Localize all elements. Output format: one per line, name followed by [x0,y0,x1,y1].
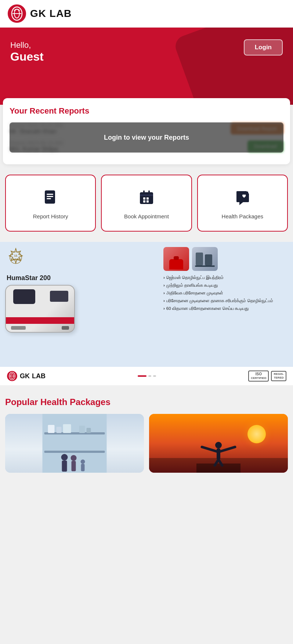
svg-rect-9 [140,194,153,196]
feature-arrow: › [163,305,165,311]
svg-point-35 [71,455,77,461]
product-banner: 11 YEARS HumaStar 200 [0,242,293,385]
years-excellence-badge: 11 YEARS [5,247,26,268]
action-label-book-appointment: Book Appointment [124,213,169,219]
iso-certified-badge: ISO CERTIFIED [248,371,269,382]
svg-rect-32 [87,428,91,433]
svg-rect-7 [47,198,51,199]
feature-arrow: › [163,275,165,280]
recent-reports-title: Your Recent Reports [10,106,283,116]
feature-text-4: பரிசோதனை முடிவுகளை தானாக சரிபார்க்கும் த… [166,298,273,304]
banner-logo-gk: GK [20,372,30,380]
banner-thumbnails [163,247,289,271]
feature-item-2: › முற்றிலும் தானியங்க கூடியது [163,282,289,288]
login-overlay-text: Login to view your Reports [104,134,189,142]
banner-inner: 11 YEARS HumaStar 200 [0,242,293,367]
banner-logo-small: GK LAB [7,371,46,382]
header: GK LAB [0,0,293,28]
svg-point-16 [245,192,247,194]
svg-rect-36 [72,461,76,471]
svg-rect-13 [146,197,149,200]
svg-line-42 [202,447,217,451]
quick-actions: Report History Book Appointment [0,171,293,239]
action-card-book-appointment[interactable]: Book Appointment [101,175,192,232]
hero-name: Guest [10,50,283,64]
svg-rect-18 [196,253,203,265]
thumb-red [163,247,189,271]
thumb-gray [192,247,218,271]
machine-image [5,285,79,344]
svg-rect-34 [62,461,67,472]
action-card-report-history[interactable]: Report History [5,175,96,232]
svg-rect-11 [148,190,150,194]
logo-lab: LAB [46,8,72,19]
feature-arrow: › [163,298,165,304]
svg-rect-19 [205,254,212,265]
carousel-dot-active [138,375,146,377]
logo-container: GK LAB [7,4,72,23]
svg-rect-30 [63,424,71,433]
book-appointment-icon [138,189,155,208]
feature-arrow: › [163,290,165,296]
hero-banner: Hello, Guest Login [0,28,293,105]
feature-item-3: › அதிவேக பரிசோதனை முடிவுகள் [163,290,289,296]
carousel-dot-2 [153,375,156,377]
svg-point-40 [215,442,222,448]
svg-rect-29 [57,427,62,433]
action-label-health-packages: Health Packages [222,213,263,219]
svg-rect-10 [143,190,145,194]
svg-point-33 [61,454,68,461]
health-packages-icon [234,189,250,208]
svg-rect-39 [196,464,240,473]
svg-rect-15 [143,200,145,203]
popular-packages-title: Popular Health Packages [5,397,288,407]
family-scene [5,414,144,473]
banner-bottom-bar: GK LAB ISO CERTIFIED REGIS- TERED [0,367,293,385]
report-history-icon [43,189,59,208]
login-overlay[interactable]: Login to view your Reports [10,122,283,153]
svg-rect-14 [146,200,149,203]
carousel-dot-1 [148,375,151,377]
login-button[interactable]: Login [244,39,283,56]
feature-item-1: › ஜெர்மன் தொழில்நுட்ப இயந்திரம் [163,275,289,280]
sunset-scene [149,414,288,473]
feature-item-4: › பரிசோதனை முடிவுகளை தானாக சரிபார்க்கும்… [163,298,289,304]
person-silhouette [196,429,240,473]
feature-arrow: › [163,282,165,288]
logo-text: GK LAB [30,8,72,19]
svg-rect-6 [47,196,53,197]
svg-rect-27 [44,451,105,453]
banner-features: › ஜெர்மன் தொழில்நுட்ப இயந்திரம் › முற்றி… [163,275,289,362]
svg-rect-31 [79,426,85,433]
banner-left: 11 YEARS HumaStar 200 [0,242,161,367]
packages-grid [5,414,288,473]
registered-badge: REGIS- TERED [271,371,286,381]
feature-text-1: ஜெர்மன் தொழில்நுட்ப இயந்திரம் [166,275,224,280]
svg-rect-41 [217,448,220,459]
popular-packages-section: Popular Health Packages [0,388,293,480]
report-rows-container: Report-2023-10-01-001 Mr. Sharukh Khan D… [10,122,283,153]
svg-rect-12 [143,197,145,200]
family-illustration [5,414,144,473]
package-card-wellness[interactable] [149,414,288,473]
svg-rect-38 [81,464,85,471]
feature-text-2: முற்றிலும் தானியங்க கூடியது [166,282,218,288]
gklab-logo-icon [7,4,26,23]
sun-circle [247,425,266,443]
carousel-indicators [138,375,156,377]
banner-logo-lab: LAB [32,372,46,380]
machine-name: HumaStar 200 [7,274,156,282]
action-label-report-history: Report History [33,213,68,219]
banner-right: › ஜெர்மன் தொழில்நுட்ப இயந்திரம் › முற்றி… [161,242,293,367]
action-card-health-packages[interactable]: Health Packages [197,175,288,232]
svg-rect-5 [47,194,53,195]
recent-reports-card: Your Recent Reports Report-2023-10-01-00… [3,98,290,164]
feature-text-5: 60 விதமான பரிசோதனைகளை செய்ய கூடியது [166,305,249,311]
hero-greeting: Hello, [10,40,283,50]
svg-line-43 [220,447,235,451]
logo-gk: GK [30,8,46,19]
package-card-family[interactable] [5,414,144,473]
svg-rect-20 [195,265,215,267]
svg-rect-28 [48,425,55,433]
svg-point-37 [81,459,85,464]
